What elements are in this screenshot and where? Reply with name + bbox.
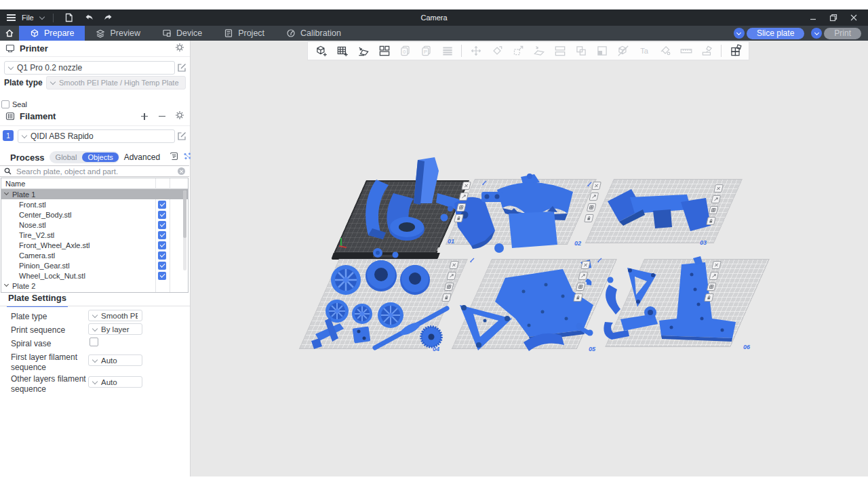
tree-scrollbar[interactable] bbox=[183, 190, 186, 270]
search-input[interactable] bbox=[15, 167, 174, 176]
cut-tool-button[interactable] bbox=[612, 43, 633, 59]
tree-row[interactable]: Nose.stl bbox=[1, 220, 188, 230]
tree-row[interactable]: Front.stl bbox=[1, 199, 188, 209]
seal-checkbox[interactable] bbox=[1, 100, 9, 108]
text-tool-button[interactable]: Ta bbox=[633, 43, 654, 59]
model-steering-knuckle[interactable] bbox=[311, 318, 344, 349]
paint-tool-button[interactable] bbox=[654, 43, 675, 59]
model-tire2[interactable] bbox=[366, 260, 397, 291]
print-options-dropdown[interactable] bbox=[811, 28, 822, 39]
ps-first-layer-dropdown[interactable]: Auto bbox=[88, 354, 142, 366]
ps-print-sequence-dropdown[interactable]: By layer bbox=[88, 323, 142, 335]
undo-button[interactable] bbox=[82, 12, 96, 24]
edit-filament-button[interactable] bbox=[177, 131, 186, 143]
restore-button[interactable] bbox=[823, 10, 844, 25]
plate-6-models[interactable] bbox=[597, 254, 760, 356]
move-tool-button[interactable] bbox=[465, 43, 486, 59]
slice-options-dropdown[interactable] bbox=[734, 28, 745, 39]
tree-row[interactable]: Wheel_Lock_Nut.stl bbox=[1, 270, 188, 281]
tree-row[interactable]: Pinion_Gear.stl bbox=[1, 260, 188, 270]
ps-other-layers-dropdown[interactable]: Auto bbox=[88, 376, 142, 388]
file-menu-chevron-icon[interactable] bbox=[39, 14, 44, 20]
3d-viewport[interactable]: 0 P Ta bbox=[191, 41, 868, 476]
add-filament-button[interactable] bbox=[140, 112, 149, 121]
visibility-checkbox[interactable] bbox=[158, 211, 166, 219]
tree-row[interactable]: Tire_V2.stl bbox=[1, 230, 188, 240]
model-wing-right[interactable] bbox=[681, 198, 711, 231]
model-knob[interactable] bbox=[494, 243, 504, 253]
assembly-view-button[interactable] bbox=[725, 43, 746, 59]
model-a-arm[interactable] bbox=[460, 305, 512, 350]
scale-tool-button[interactable] bbox=[507, 43, 528, 59]
plate-4-models[interactable] bbox=[295, 254, 458, 356]
printer-preset-dropdown[interactable]: Q1 Pro 0.2 nozzle bbox=[4, 61, 175, 75]
model-rim[interactable] bbox=[352, 304, 372, 324]
slice-plate-button[interactable]: Slice plate bbox=[747, 28, 804, 39]
split-to-parts-button[interactable] bbox=[570, 43, 591, 59]
remove-filament-button[interactable] bbox=[157, 112, 167, 121]
plate-3-edit-icon[interactable] bbox=[587, 178, 593, 190]
layers-button[interactable] bbox=[437, 43, 458, 59]
visibility-checkbox[interactable] bbox=[158, 221, 166, 229]
visibility-checkbox[interactable] bbox=[158, 272, 166, 280]
model-windshield[interactable] bbox=[509, 211, 557, 248]
global-plate-type-dropdown[interactable]: Smooth PEI Plate / High Temp Plate bbox=[46, 76, 186, 89]
model-j-hook[interactable] bbox=[606, 277, 620, 315]
model-rim[interactable] bbox=[378, 302, 403, 328]
lay-flat-button[interactable] bbox=[528, 43, 549, 59]
model-bracket[interactable] bbox=[353, 326, 371, 343]
printer-settings-button[interactable] bbox=[175, 43, 184, 54]
tree-row[interactable]: Front_Wheel_Axle.stl bbox=[1, 240, 188, 250]
save-file-button[interactable] bbox=[62, 12, 76, 24]
filament-slot-badge[interactable]: 1 bbox=[3, 130, 14, 141]
minimize-button[interactable] bbox=[803, 10, 823, 25]
model-chassis-brace[interactable] bbox=[659, 262, 736, 342]
filament-settings-button[interactable] bbox=[175, 110, 184, 122]
tab-preview[interactable]: Preview bbox=[85, 26, 151, 41]
paste-button[interactable]: P bbox=[416, 43, 437, 59]
print-button[interactable]: Print bbox=[824, 28, 861, 39]
rotate-tool-button[interactable] bbox=[486, 43, 507, 59]
tree-row[interactable]: Camera.stl bbox=[1, 250, 188, 260]
edit-printer-button[interactable] bbox=[177, 63, 186, 75]
model-servo-mount[interactable] bbox=[620, 306, 658, 331]
tab-project[interactable]: Project bbox=[213, 26, 275, 41]
split-to-objects-button[interactable] bbox=[549, 43, 570, 59]
add-plate-button[interactable] bbox=[332, 43, 353, 59]
visibility-checkbox[interactable] bbox=[158, 292, 166, 293]
auto-orient-button[interactable] bbox=[353, 43, 374, 59]
tree-row-plate2[interactable]: Plate 2 bbox=[1, 281, 188, 291]
seam-tool-button[interactable] bbox=[696, 43, 717, 59]
visibility-checkbox[interactable] bbox=[158, 262, 166, 270]
tab-device[interactable]: Device bbox=[151, 26, 213, 41]
model-tire2[interactable] bbox=[400, 265, 430, 295]
visibility-checkbox[interactable] bbox=[158, 201, 166, 209]
copy-button[interactable]: 0 bbox=[395, 43, 416, 59]
model-gear[interactable] bbox=[421, 327, 441, 347]
plate-5-edit-icon[interactable] bbox=[469, 253, 475, 266]
spiral-vase-checkbox[interactable] bbox=[90, 338, 98, 346]
fill-region-button[interactable] bbox=[591, 43, 612, 59]
home-button[interactable] bbox=[0, 26, 19, 41]
filament-preset-dropdown[interactable]: QIDI ABS Rapido bbox=[18, 129, 175, 143]
scope-objects-button[interactable]: Objects bbox=[82, 152, 118, 162]
model-wing-center[interactable] bbox=[653, 209, 672, 228]
model-rim[interactable] bbox=[331, 265, 361, 295]
visibility-checkbox[interactable] bbox=[158, 231, 166, 239]
tab-calibration[interactable]: Calibration bbox=[275, 26, 352, 41]
plate-6-edit-icon[interactable] bbox=[597, 253, 603, 266]
plate-2-edit-icon[interactable] bbox=[481, 176, 488, 188]
tree-row[interactable]: Center_Body.stl bbox=[1, 209, 188, 220]
clear-search-button[interactable] bbox=[178, 167, 185, 175]
visibility-checkbox[interactable] bbox=[158, 251, 166, 260]
visibility-checkbox[interactable] bbox=[158, 241, 166, 249]
file-menu[interactable]: File bbox=[22, 14, 34, 22]
scope-global-button[interactable]: Global bbox=[50, 153, 83, 161]
model-triangle-arm[interactable] bbox=[627, 268, 656, 307]
close-button[interactable] bbox=[844, 10, 864, 25]
auto-arrange-button[interactable] bbox=[374, 43, 395, 59]
tab-prepare[interactable]: Prepare bbox=[19, 26, 85, 41]
redo-button[interactable] bbox=[102, 12, 115, 24]
measure-tool-button[interactable] bbox=[675, 43, 696, 59]
ps-plate-type-dropdown[interactable]: Smooth PEI ... bbox=[88, 310, 142, 321]
